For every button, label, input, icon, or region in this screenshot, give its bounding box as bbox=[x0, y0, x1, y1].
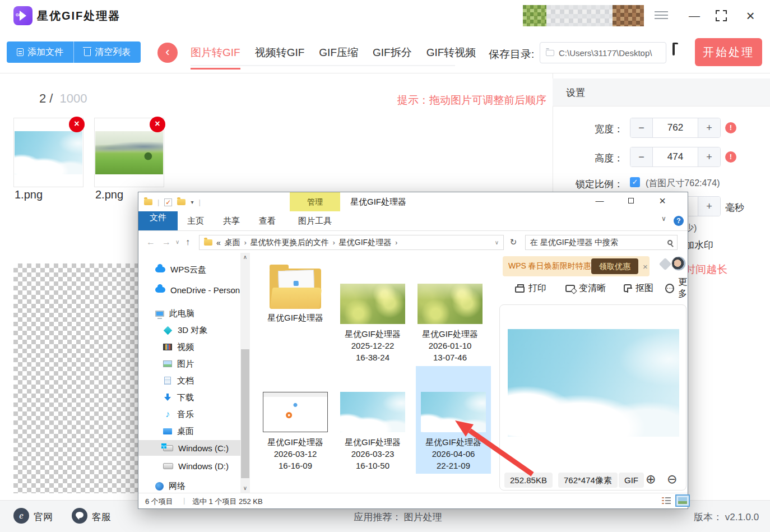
delete-thumbnail-1-button[interactable]: × bbox=[69, 117, 85, 132]
cloud-icon bbox=[155, 287, 165, 293]
fullscreen-button[interactable] bbox=[715, 10, 727, 24]
ribbon-tab-picture-tools[interactable]: 图片工具 bbox=[290, 211, 340, 230]
sidebar-item-desktop[interactable]: 桌面 bbox=[138, 423, 240, 439]
sidebar-item-downloads[interactable]: 下载 bbox=[138, 390, 240, 405]
nav-up-icon[interactable]: ↑ bbox=[185, 237, 190, 247]
website-icon[interactable]: e bbox=[13, 508, 29, 524]
sidebar-item-videos[interactable]: 视频 bbox=[138, 339, 240, 355]
delete-thumbnail-2-button[interactable]: × bbox=[150, 117, 165, 132]
file-item-5[interactable]: 星优GIF处理器 2026-03-23 16-10-50 bbox=[336, 392, 410, 471]
menu-icon[interactable] bbox=[655, 11, 668, 20]
file-item-folder[interactable]: 星优GIF处理器 bbox=[258, 269, 332, 323]
sidebar-item-windows-c[interactable]: Windows (C:) bbox=[138, 440, 240, 456]
sidebar-item-onedrive[interactable]: OneDrive - Person bbox=[138, 282, 240, 298]
tab-gif-compress[interactable]: GIF压缩 bbox=[319, 43, 358, 65]
file-item-4[interactable]: 星优GIF处理器 2026-03-12 16-16-09 bbox=[258, 392, 332, 471]
nav-back-icon[interactable]: ← bbox=[146, 237, 155, 247]
tab-gif-to-video[interactable]: GIF转视频 bbox=[426, 43, 476, 65]
ribbon-tab-file[interactable]: 文件 bbox=[138, 211, 178, 230]
scroll-up-icon[interactable]: ∧ bbox=[240, 253, 250, 262]
wps-banner-close-icon[interactable]: × bbox=[643, 262, 648, 271]
address-dropdown-icon[interactable]: ∨ bbox=[495, 239, 499, 246]
width-minus-button[interactable]: − bbox=[630, 118, 653, 137]
help-button[interactable]: ? bbox=[674, 216, 684, 226]
plugin-diamond-icon[interactable] bbox=[659, 258, 672, 271]
nav-history-dropdown-icon[interactable]: ∨ bbox=[175, 239, 179, 245]
search-icon bbox=[667, 240, 672, 245]
sidebar-scrollbar[interactable]: ∧ ∨ bbox=[240, 253, 250, 493]
width-value[interactable]: 762 bbox=[653, 118, 698, 137]
duration-plus-button[interactable]: + bbox=[698, 197, 720, 216]
lock-ratio-checkbox[interactable]: ✓ bbox=[630, 177, 640, 187]
tab-video-to-gif[interactable]: 视频转GIF bbox=[255, 43, 305, 65]
height-minus-button[interactable]: − bbox=[630, 147, 653, 166]
folder-icon[interactable] bbox=[144, 199, 152, 205]
sidebar-item-pictures[interactable]: 图片 bbox=[138, 356, 240, 372]
website-link[interactable]: 官网 bbox=[34, 511, 53, 524]
minimize-button[interactable]: — bbox=[685, 8, 704, 24]
support-chat-icon[interactable] bbox=[72, 508, 87, 524]
sidebar-item-3d-objects[interactable]: 3D 对象 bbox=[138, 322, 240, 338]
breadcrumb-parent-folder[interactable]: 星优软件更换后的文件 bbox=[251, 238, 329, 248]
support-link[interactable]: 客服 bbox=[92, 511, 111, 524]
wps-claim-button[interactable]: 领取优惠 bbox=[591, 258, 638, 274]
start-processing-button[interactable]: 开始处理 bbox=[695, 38, 762, 66]
height-value[interactable]: 474 bbox=[653, 147, 698, 166]
zoom-out-icon[interactable]: ⊖ bbox=[667, 472, 677, 487]
width-plus-button[interactable]: + bbox=[698, 118, 720, 137]
customize-toolbar-dropdown-icon[interactable]: ▾ bbox=[191, 199, 193, 205]
breadcrumb-current-folder[interactable]: 星优GIF处理器 bbox=[339, 238, 391, 248]
ribbon-tab-home[interactable]: 主页 bbox=[178, 211, 214, 230]
refresh-button[interactable]: ↻ bbox=[506, 235, 521, 250]
clear-list-button[interactable]: 清空列表 bbox=[73, 41, 141, 63]
preview-enhance-button[interactable]: 变清晰 bbox=[565, 281, 606, 295]
picture-icon bbox=[163, 360, 172, 367]
explorer-close-button[interactable]: × bbox=[650, 192, 675, 210]
preview-print-button[interactable]: 打印 bbox=[515, 281, 546, 295]
file-item-6-selected[interactable]: 星优GIF处理器 2026-04-06 22-21-09 bbox=[416, 366, 491, 474]
sidebar-item-documents[interactable]: 文档 bbox=[138, 373, 240, 388]
file-item-2[interactable]: 星优GIF处理器 2025-12-22 16-38-24 bbox=[336, 284, 410, 363]
close-button[interactable]: × bbox=[741, 8, 760, 24]
breadcrumb-desktop[interactable]: 桌面 bbox=[225, 238, 240, 248]
sidebar-label: 桌面 bbox=[177, 426, 194, 437]
wps-promo-banner[interactable]: WPS 春日焕新限时特惠 领取优惠 × bbox=[503, 256, 650, 276]
save-dir-input[interactable]: C:\Users\31177\Desktop\ bbox=[540, 42, 666, 63]
manage-ribbon-tab[interactable]: 管理 bbox=[290, 192, 340, 211]
account-avatar[interactable] bbox=[671, 256, 686, 271]
sidebar-item-windows-d[interactable]: Windows (D:) bbox=[138, 458, 240, 474]
ribbon-tab-share[interactable]: 共享 bbox=[214, 211, 249, 230]
details-view-button[interactable] bbox=[662, 497, 671, 505]
collapse-ribbon-icon[interactable]: ∨ bbox=[661, 215, 666, 223]
ribbon-tab-view[interactable]: 查看 bbox=[249, 211, 285, 230]
add-files-button[interactable]: 添加文件 bbox=[7, 41, 73, 63]
width-stepper: − 762 + bbox=[630, 118, 721, 138]
browse-folder-button[interactable] bbox=[672, 45, 688, 58]
nav-forward-icon[interactable]: → bbox=[162, 237, 171, 247]
explorer-minimize-button[interactable]: — bbox=[587, 192, 613, 210]
sidebar-item-music[interactable]: ♪音乐 bbox=[138, 406, 240, 422]
sidebar-item-wps-cloud[interactable]: WPS云盘 bbox=[138, 262, 240, 277]
height-plus-button[interactable]: + bbox=[698, 147, 720, 166]
settings-fragment-red-note: 时间越长 bbox=[685, 262, 727, 277]
dimensions-chip: 762*474像素 bbox=[558, 473, 618, 488]
preview-cutout-button[interactable]: 抠图 bbox=[624, 281, 653, 295]
sidebar-label: Windows (C:) bbox=[178, 443, 229, 453]
scrollbar-thumb[interactable] bbox=[241, 349, 249, 478]
explorer-restore-button[interactable] bbox=[618, 192, 644, 210]
sidebar-label: 视频 bbox=[177, 342, 194, 353]
explorer-search-input[interactable]: 在 星优GIF处理器 中搜索 bbox=[525, 235, 678, 250]
scroll-down-icon[interactable]: ∨ bbox=[240, 484, 250, 493]
properties-check-icon[interactable]: ✓ bbox=[164, 198, 172, 206]
back-button[interactable]: ‹ bbox=[157, 43, 178, 63]
thumbnail-view-button[interactable] bbox=[675, 494, 690, 507]
sidebar-item-network[interactable]: 网络 bbox=[138, 478, 240, 494]
tab-image-to-gif[interactable]: 图片转GIF bbox=[191, 43, 240, 65]
new-folder-icon[interactable] bbox=[177, 199, 185, 205]
tab-gif-split[interactable]: GIF拆分 bbox=[373, 43, 412, 65]
sidebar-item-this-pc[interactable]: 此电脑 bbox=[138, 306, 240, 321]
preview-more-button[interactable]: ⋯ 更多 bbox=[665, 281, 688, 295]
zoom-in-icon[interactable]: ⊕ bbox=[646, 472, 656, 487]
address-bar[interactable]: « 桌面 › 星优软件更换后的文件 › 星优GIF处理器 › ∨ bbox=[199, 235, 504, 250]
file-item-3[interactable]: 星优GIF处理器 2026-01-10 13-07-46 bbox=[413, 284, 487, 363]
